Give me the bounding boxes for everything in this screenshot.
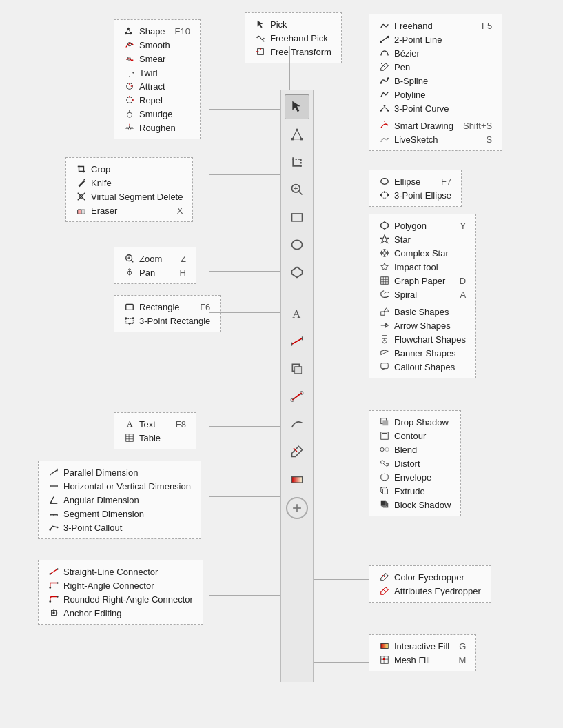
livesketch-item[interactable]: LiveSketch S	[376, 132, 495, 146]
3pt-rect-item[interactable]: 3-Point Rectangle	[121, 314, 213, 327]
roughen-item[interactable]: Roughen	[121, 121, 193, 134]
smear-item[interactable]: Smear	[121, 52, 193, 65]
basic-shapes-item[interactable]: Basic Shapes	[376, 305, 469, 318]
anchor-item[interactable]: Anchor Editing	[45, 606, 196, 620]
shape-item[interactable]: Shape F10	[121, 24, 193, 38]
banner-item[interactable]: Banner Shapes	[376, 346, 469, 360]
pick-tool-btn[interactable]	[285, 94, 309, 119]
mesh-fill-item[interactable]: Mesh Fill M	[376, 653, 469, 667]
polygon-item[interactable]: Polygon Y	[376, 219, 469, 232]
freehand-label: Freehand	[394, 21, 472, 31]
interactive-fill-item[interactable]: Interactive Fill G	[376, 639, 469, 653]
effects-tool-btn[interactable]	[285, 356, 309, 381]
bezier-icon	[379, 48, 390, 59]
pen-item[interactable]: Pen	[376, 60, 495, 74]
impact-icon	[379, 261, 390, 272]
rectangle-label: Rectangle	[139, 302, 190, 312]
knife-item[interactable]: Knife	[73, 176, 185, 190]
free-transform-item[interactable]: Free Transform	[252, 45, 334, 59]
extrude-item[interactable]: Extrude	[376, 484, 453, 498]
vsd-item[interactable]: Virtual Segment Delete	[73, 190, 185, 203]
smart-draw-item[interactable]: Smart Drawing Shift+S	[376, 119, 495, 132]
flowchart-item[interactable]: Flowchart Shapes	[376, 332, 469, 346]
freehand-pick-item[interactable]: Freehand Pick	[252, 31, 334, 45]
pan-item[interactable]: Pan H	[121, 265, 189, 279]
star-item[interactable]: Star	[376, 232, 469, 246]
table-item[interactable]: Table	[121, 431, 189, 445]
interactive-fill-shortcut: G	[459, 641, 466, 651]
straight-conn-item[interactable]: Straight-Line Connector	[45, 565, 196, 578]
angular-dim-item[interactable]: Angular Dimension	[45, 493, 194, 507]
arrow-shapes-item[interactable]: Arrow Shapes	[376, 318, 469, 332]
text-item[interactable]: A Text F8	[121, 417, 189, 431]
eraser-item[interactable]: Eraser X	[73, 203, 185, 217]
blend-item[interactable]: Blend	[376, 443, 453, 456]
repel-icon	[124, 94, 135, 105]
attr-eye-item[interactable]: Attributes Eyedropper	[376, 584, 484, 598]
rectangle-item[interactable]: Rectangle F6	[121, 300, 213, 314]
rounded-conn-item[interactable]: Rounded Right-Angle Connector	[45, 592, 196, 606]
block-shadow-item[interactable]: Block Shadow	[376, 498, 453, 512]
bspline-item[interactable]: B-Spline	[376, 74, 495, 88]
hv-dim-item[interactable]: Horizontal or Vertical Dimension	[45, 479, 194, 493]
color-eye-item[interactable]: Color Eyedropper	[376, 570, 484, 584]
3pt-ellipse-item[interactable]: 3-Point Ellipse	[376, 188, 454, 202]
contour-item[interactable]: Contour	[376, 429, 453, 443]
svg-marker-49	[381, 222, 389, 230]
smudge-item[interactable]: Smudge	[121, 107, 193, 121]
spiral-item[interactable]: Spiral A	[376, 287, 469, 301]
svg-point-38	[384, 80, 386, 82]
rectangle-shortcut: F6	[200, 302, 210, 312]
fill-tool-btn[interactable]	[285, 467, 309, 492]
add-tool-btn[interactable]	[286, 497, 308, 519]
complex-star-item[interactable]: Complex Star	[376, 246, 469, 260]
3pt-curve-item[interactable]: 3-Point Curve	[376, 101, 495, 115]
node-tool-btn[interactable]	[285, 122, 309, 147]
smooth-item[interactable]: Smooth	[121, 38, 193, 52]
zoom-tool-btn[interactable]	[285, 177, 309, 202]
twirl-item[interactable]: Twirl	[121, 65, 193, 79]
envelope-item[interactable]: Envelope	[376, 470, 453, 484]
pick-item[interactable]: Pick	[252, 17, 334, 31]
zoom-item[interactable]: Zoom Z	[121, 252, 189, 265]
eyedropper-tool-btn[interactable]	[285, 439, 309, 464]
poly-tool-btn[interactable]	[285, 260, 309, 285]
right-angle-conn-item[interactable]: Right-Angle Connector	[45, 578, 196, 592]
ellipse-tool-btn[interactable]	[285, 232, 309, 257]
dim-tool-btn[interactable]	[285, 329, 309, 354]
2pt-line-item[interactable]: 2-Point Line	[376, 32, 495, 46]
3pt-callout-item[interactable]: 3-Point Callout	[45, 520, 194, 534]
polyline-item[interactable]: Polyline	[376, 88, 495, 101]
impact-item[interactable]: Impact tool	[376, 260, 469, 274]
repel-item[interactable]: Repel	[121, 93, 193, 107]
pan-shortcut: H	[180, 267, 186, 278]
crop-tool-btn[interactable]	[285, 150, 309, 174]
rect-tool-btn[interactable]	[285, 205, 309, 230]
svg-marker-60	[382, 340, 387, 343]
text-tools-flyout: A Text F8 Table	[114, 412, 196, 449]
attract-label: Attract	[139, 81, 190, 92]
segment-dim-item[interactable]: Segment Dimension	[45, 507, 194, 520]
freehand-item[interactable]: Freehand F5	[376, 19, 495, 32]
drop-shadow-item[interactable]: Drop Shadow	[376, 415, 453, 429]
pen-label: Pen	[394, 62, 492, 72]
svg-rect-100	[382, 489, 387, 494]
bezier-item[interactable]: Bézier	[376, 46, 495, 60]
ellipse-item[interactable]: Ellipse F7	[376, 174, 454, 188]
svg-line-17	[84, 179, 85, 181]
eraser-icon	[76, 205, 87, 216]
zoom-shortcut: Z	[181, 254, 186, 264]
distort-item[interactable]: Distort	[376, 456, 453, 470]
text-tool-btn[interactable]: A	[285, 301, 309, 326]
crop-item[interactable]: Crop	[73, 162, 185, 176]
curve-tool-btn[interactable]	[285, 412, 309, 436]
arrow-shapes-label: Arrow Shapes	[394, 321, 466, 331]
attract-item[interactable]: Attract	[121, 79, 193, 93]
interactive-fill-label: Interactive Fill	[394, 641, 449, 651]
svg-point-34	[380, 41, 382, 43]
graph-paper-item[interactable]: Graph Paper D	[376, 274, 469, 287]
ellipse-icon	[379, 176, 390, 187]
callout-item[interactable]: Callout Shapes	[376, 360, 469, 374]
parallel-dim-item[interactable]: Parallel Dimension	[45, 465, 194, 479]
connector-tool-btn[interactable]	[285, 384, 309, 409]
